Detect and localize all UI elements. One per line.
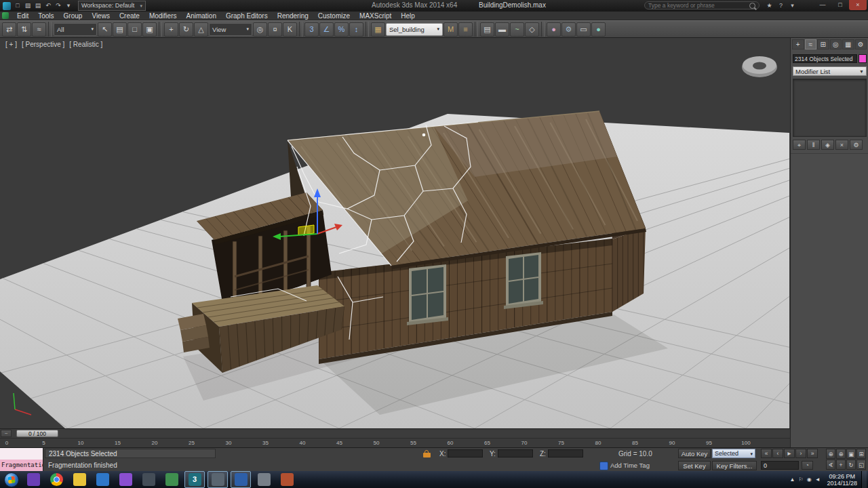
menu-customize[interactable]: Customize <box>313 12 355 20</box>
house-window-1[interactable] <box>407 264 448 325</box>
auto-key-button[interactable]: Auto Key <box>678 449 711 458</box>
qat-more-button[interactable]: ▾ <box>64 1 73 10</box>
tray-expand-icon[interactable]: ▲ <box>790 476 795 483</box>
taskbar-app-9[interactable] <box>208 471 228 488</box>
remove-modifier-button[interactable]: × <box>835 140 848 150</box>
save-file-button[interactable]: ▤ <box>33 1 43 10</box>
taskbar-app-7[interactable] <box>161 471 182 488</box>
key-filters-button[interactable]: Key Filters... <box>712 461 757 470</box>
new-scene-button[interactable]: □ <box>13 1 22 10</box>
mini-curve-editor-button[interactable]: ~ <box>1 430 12 437</box>
edit-named-sets-icon[interactable]: ▦ <box>371 22 385 37</box>
start-button[interactable] <box>4 472 19 487</box>
layer-manager-icon[interactable]: ▤ <box>480 22 494 37</box>
select-and-move-icon[interactable]: + <box>164 22 178 37</box>
viewport-menu-shading[interactable]: [ Realistic ] <box>69 41 102 48</box>
menu-tools[interactable]: Tools <box>33 12 58 20</box>
panel-tab-create[interactable]: + <box>792 39 804 49</box>
infocenter-search[interactable] <box>644 1 760 9</box>
app-logo-icon[interactable] <box>3 2 11 10</box>
window-crossing-icon[interactable]: ▣ <box>142 22 157 37</box>
zoom-button[interactable]: ⊕ <box>826 449 835 459</box>
make-unique-button[interactable]: ◈ <box>821 140 834 150</box>
taskbar-app-4[interactable] <box>92 471 113 488</box>
house-window-2[interactable] <box>504 252 543 309</box>
named-selection-dropdown[interactable]: Sel_building▾ <box>386 23 443 36</box>
rendered-frame-icon[interactable]: ▭ <box>576 22 591 37</box>
go-to-start-button[interactable]: « <box>761 449 772 458</box>
align-icon[interactable]: ≡ <box>458 22 473 37</box>
set-key-button[interactable]: Set Key <box>678 461 711 470</box>
taskbar-app-12[interactable] <box>277 471 297 488</box>
taskbar-app-10[interactable] <box>231 471 251 488</box>
viewcube[interactable] <box>742 56 777 77</box>
add-time-tag-button[interactable]: Add Time Tag <box>610 462 650 469</box>
taskbar-app-5[interactable] <box>115 471 136 488</box>
render-setup-icon[interactable]: ⚙ <box>561 22 576 37</box>
panel-tab-utilities[interactable]: ⚙ <box>855 39 867 49</box>
tray-network-icon[interactable]: ◉ <box>807 476 812 483</box>
search-icon[interactable] <box>749 3 755 9</box>
taskbar-app-6[interactable] <box>138 471 159 488</box>
pan-button[interactable]: + <box>836 460 846 470</box>
panel-tab-motion[interactable]: ◎ <box>830 39 842 49</box>
select-object-icon[interactable]: ↖ <box>98 22 112 37</box>
previous-frame-button[interactable]: ‹ <box>772 449 783 458</box>
keyboard-override-icon[interactable]: K <box>283 22 297 37</box>
viewport-menu-pov[interactable]: [ Perspective ] <box>22 41 64 48</box>
menu-group[interactable]: Group <box>59 12 87 20</box>
open-file-button[interactable]: ▨ <box>23 1 33 10</box>
menu-animation[interactable]: Animation <box>181 12 220 20</box>
material-editor-icon[interactable]: ● <box>547 22 561 37</box>
time-slider-track[interactable]: ~ 0 / 100 <box>0 429 790 439</box>
timeline-ruler[interactable]: 0510152025303540455055606570758085909510… <box>0 439 790 448</box>
angle-snap-icon[interactable]: ∠ <box>319 22 334 37</box>
percent-snap-icon[interactable]: % <box>334 22 349 37</box>
y-coord-field[interactable] <box>498 449 533 458</box>
selection-filter-dropdown[interactable]: All▾ <box>54 23 97 36</box>
time-configuration-button[interactable]: ◔ <box>802 461 813 470</box>
z-coord-field[interactable] <box>548 449 583 458</box>
taskbar-app-11[interactable] <box>254 471 274 488</box>
configure-modifier-sets-button[interactable]: ⚙ <box>850 140 863 150</box>
perspective-viewport[interactable]: [ + ] [ Perspective ] [ Realistic ] <box>0 38 790 428</box>
menu-create[interactable]: Create <box>115 12 144 20</box>
show-end-result-button[interactable]: ‖ <box>807 140 820 150</box>
menu-maxscript[interactable]: MAXScript <box>355 12 396 20</box>
x-coord-field[interactable] <box>448 449 483 458</box>
select-by-name-icon[interactable]: ▤ <box>113 22 127 37</box>
taskbar-clock[interactable]: 09:26 PM 2014/11/28 <box>827 473 857 487</box>
current-frame-field[interactable]: 0 <box>761 461 799 470</box>
modifier-stack[interactable] <box>793 79 867 137</box>
taskbar-app-3dsmax[interactable]: 3 <box>184 471 205 488</box>
modifier-list-dropdown[interactable]: Modifier List ▼ <box>793 66 867 76</box>
play-button[interactable]: ► <box>784 449 795 458</box>
taskbar-app-chrome[interactable] <box>46 471 66 488</box>
unlink-selection-icon[interactable]: ⇅ <box>17 22 31 37</box>
reference-coordinate-dropdown[interactable]: View▾ <box>209 23 252 36</box>
key-mode-dropdown[interactable]: Selected ▾ <box>712 449 755 458</box>
menu-views[interactable]: Views <box>87 12 115 20</box>
time-slider-handle[interactable]: 0 / 100 <box>16 430 58 437</box>
favorites-star-icon[interactable]: ★ <box>765 1 774 10</box>
panel-tab-modify[interactable]: ≈ <box>805 39 817 49</box>
spinner-snap-icon[interactable]: ↕ <box>349 22 363 37</box>
search-input[interactable] <box>648 2 749 9</box>
maximize-button[interactable]: □ <box>831 0 849 10</box>
pin-stack-button[interactable]: ⌖ <box>793 140 806 150</box>
object-color-swatch[interactable] <box>859 54 867 63</box>
close-button[interactable]: × <box>849 0 867 10</box>
next-frame-button[interactable]: › <box>795 449 806 458</box>
select-and-link-icon[interactable]: ⇄ <box>2 22 16 37</box>
maximize-viewport-button[interactable]: ◱ <box>856 460 866 470</box>
menu-rendering[interactable]: Rendering <box>273 12 313 20</box>
object-name-field[interactable]: 2314 Objects Selected <box>793 54 857 63</box>
help-icon[interactable]: ? <box>776 1 785 10</box>
workspace-dropdown[interactable]: Workspace: Default ▾ <box>78 1 146 11</box>
selection-lock-icon[interactable] <box>423 450 431 458</box>
taskbar-app-1[interactable] <box>23 471 43 488</box>
zoom-extents-all-button[interactable]: ⊞ <box>856 449 866 459</box>
mirror-icon[interactable]: M <box>443 22 458 37</box>
redo-button[interactable]: ↷ <box>54 1 63 10</box>
application-menu-icon[interactable] <box>2 12 9 19</box>
